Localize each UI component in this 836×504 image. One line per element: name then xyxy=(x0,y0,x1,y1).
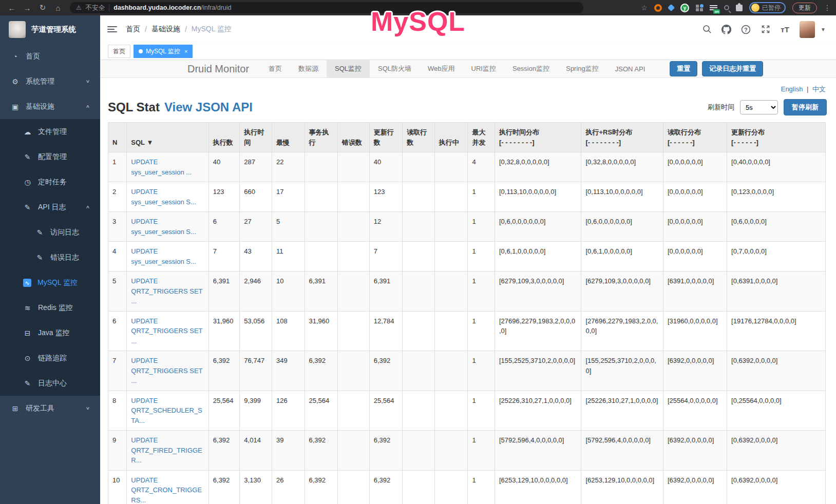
cell-executing xyxy=(434,391,468,431)
sidebar-item-config-management[interactable]: ✎配置管理 xyxy=(0,144,100,169)
extensions-puzzle-icon[interactable] xyxy=(736,5,743,11)
column-header-3[interactable]: 执行时间 xyxy=(240,123,272,152)
column-header-14[interactable]: 更新行分布[- - - - - -] xyxy=(727,123,826,152)
column-header-12[interactable]: 执行+RS时分布[- - - - - - - -] xyxy=(581,123,663,152)
sidebar-item-java-monitor[interactable]: ⊟Java 监控 xyxy=(0,320,100,345)
sql-link[interactable]: UPDATE sys_user_session S... xyxy=(131,188,196,206)
druid-nav-json-api[interactable]: JSON API xyxy=(607,60,654,77)
pause-refresh-button[interactable]: 暂停刷新 xyxy=(784,99,827,115)
column-header-8[interactable]: 读取行数 xyxy=(403,123,435,152)
tab-home[interactable]: 首页 xyxy=(108,45,130,58)
green-extension-icon[interactable]: y xyxy=(680,4,689,12)
sql-link[interactable]: UPDATE sys_user_session S... xyxy=(131,218,196,236)
table-row: 9UPDATE QRTZ_FIRED_TRIGGER...6,3924,0143… xyxy=(108,431,826,471)
browser-update-button[interactable]: 更新 xyxy=(792,3,817,13)
breadcrumb-home[interactable]: 首页 xyxy=(126,25,140,34)
sidebar-item-mysql-monitor[interactable]: ∿MySQL 监控 xyxy=(0,270,100,295)
sidebar-item-access-log[interactable]: ✎访问日志 xyxy=(0,220,100,245)
sidebar-item-label: API 日志 xyxy=(38,203,66,212)
diamond-extension-icon[interactable] xyxy=(668,4,675,11)
blocks-extension-icon[interactable] xyxy=(696,4,703,11)
reload-icon[interactable]: ↻ xyxy=(36,3,49,12)
security-label: 不安全 xyxy=(86,4,105,12)
column-header-5[interactable]: 事务执行 xyxy=(305,123,338,152)
help-icon[interactable]: ? xyxy=(741,25,751,34)
sidebar-item-file-management[interactable]: ☁文件管理 xyxy=(0,119,100,144)
column-header-2[interactable]: 执行数 xyxy=(208,123,240,152)
fullscreen-icon[interactable] xyxy=(761,25,770,34)
sidebar-item-dev-tools[interactable]: ⊞研发工具∨ xyxy=(0,396,100,421)
druid-nav-home[interactable]: 首页 xyxy=(260,60,290,77)
app-logo xyxy=(9,21,26,38)
log-and-reset-button[interactable]: 记录日志并重置 xyxy=(702,61,763,76)
sql-link[interactable]: UPDATE QRTZ_TRIGGERS SET ... xyxy=(131,277,202,305)
github-icon[interactable] xyxy=(721,25,731,34)
view-json-api-link[interactable]: View JSON API xyxy=(164,100,253,114)
sql-link[interactable]: UPDATE QRTZ_TRIGGERS SET ... xyxy=(131,317,202,345)
sql-link[interactable]: UPDATE sys_user_session S... xyxy=(131,247,196,265)
cell-max_concurrent: 1 xyxy=(468,431,495,471)
druid-nav-sql-monitor[interactable]: SQL监控 xyxy=(327,60,370,77)
sql-link[interactable]: UPDATE QRTZ_TRIGGERS SET ... xyxy=(131,357,202,384)
column-header-6[interactable]: 错误数 xyxy=(338,123,370,152)
trace-icon: ⊙ xyxy=(23,354,32,362)
sidebar-item-trace[interactable]: ⊙链路追踪 xyxy=(0,345,100,371)
cell-max_concurrent: 1 xyxy=(468,351,495,391)
lang-english-link[interactable]: English xyxy=(781,85,803,93)
breadcrumb-infrastructure[interactable]: 基础设施 xyxy=(151,25,180,34)
back-icon[interactable]: ← xyxy=(5,4,18,12)
search-icon[interactable] xyxy=(702,25,712,34)
browser-menu-icon[interactable]: ⋮ xyxy=(824,4,831,12)
druid-nav-web-app[interactable]: Web应用 xyxy=(420,60,463,77)
bookmark-star-icon[interactable]: ☆ xyxy=(641,4,648,12)
sidebar-item-infrastructure[interactable]: ▣基础设施∧ xyxy=(0,94,100,119)
sql-link[interactable]: UPDATE sys_user_session ... xyxy=(131,158,192,176)
sidebar-item-api-logs[interactable]: ✎API 日志∧ xyxy=(0,195,100,220)
close-icon[interactable]: × xyxy=(184,48,187,54)
druid-nav-uri-monitor[interactable]: URI监控 xyxy=(463,60,504,77)
probe-extension-icon[interactable] xyxy=(724,5,729,10)
lang-chinese-link[interactable]: 中文 xyxy=(812,85,826,93)
sidebar-item-redis-monitor[interactable]: ≋Redis 监控 xyxy=(0,295,100,320)
sidebar-item-scheduled-tasks[interactable]: ◷定时任务 xyxy=(0,169,100,195)
sql-link[interactable]: UPDATE QRTZ_SCHEDULER_STA... xyxy=(131,397,202,424)
column-header-1[interactable]: SQL ▼ xyxy=(127,123,208,152)
reset-button[interactable]: 重置 xyxy=(670,61,697,76)
address-bar[interactable]: ⚠ 不安全 dashboard.yudao.iocoder.cn/infra/d… xyxy=(70,2,583,13)
druid-nav-datasource[interactable]: 数据源 xyxy=(290,60,327,77)
cell-sql: UPDATE QRTZ_TRIGGERS SET ... xyxy=(127,311,208,351)
adblock-extension-icon[interactable] xyxy=(654,4,662,12)
column-header-4[interactable]: 最慢 xyxy=(272,123,305,152)
druid-nav-spring-monitor[interactable]: Spring监控 xyxy=(558,60,607,77)
user-avatar[interactable] xyxy=(800,21,815,38)
column-header-9[interactable]: 执行中 xyxy=(434,123,468,152)
home-icon[interactable]: ⌂ xyxy=(51,4,65,12)
breadcrumb-current: MySQL 监控 xyxy=(192,25,232,34)
sidebar-item-system-management[interactable]: ⚙系统管理∨ xyxy=(0,69,100,94)
cell-exec_time_dist: [0,6,0,0,0,0,0,0] xyxy=(495,212,581,242)
column-header-0[interactable]: N xyxy=(108,123,127,152)
column-header-13[interactable]: 读取行分布[- - - - - -] xyxy=(663,123,727,152)
sidebar-item-home[interactable]: ◔首页 xyxy=(0,44,100,69)
list-extension-icon[interactable]: on xyxy=(710,4,717,11)
sidebar-item-log-center[interactable]: ✎日志中心 xyxy=(0,371,100,396)
sidebar-item-error-log[interactable]: ✎错误日志 xyxy=(0,245,100,270)
cell-exec_rs_dist: [155,2525,3710,2,0,0,0,0] xyxy=(581,351,663,391)
cell-exec_rs_dist: [6253,129,10,0,0,0,0,0] xyxy=(581,470,663,504)
forward-icon[interactable]: → xyxy=(21,4,34,12)
chevron-down-icon[interactable]: ▼ xyxy=(821,27,826,32)
druid-nav-session-monitor[interactable]: Session监控 xyxy=(504,60,558,77)
sql-link[interactable]: UPDATE QRTZ_FIRED_TRIGGER... xyxy=(131,436,202,464)
chevron-down-icon: ∨ xyxy=(86,79,90,84)
refresh-interval-select[interactable]: 5s xyxy=(740,100,778,114)
cell-exec_time_dist: [27696,2279,1983,2,0,0,0,0] xyxy=(495,311,581,351)
sidebar-toggle-icon[interactable] xyxy=(107,25,117,34)
tab-mysql-monitor[interactable]: MySQL 监控 × xyxy=(134,45,193,58)
druid-nav-sql-firewall[interactable]: SQL防火墙 xyxy=(370,60,420,77)
font-size-icon[interactable]: тT xyxy=(780,25,790,34)
column-header-11[interactable]: 执行时间分布[- - - - - - - -] xyxy=(495,123,581,152)
column-header-10[interactable]: 最大并发 xyxy=(468,123,495,152)
sql-link[interactable]: UPDATE QRTZ_CRON_TRIGGERS... xyxy=(131,476,202,504)
profile-chip[interactable]: 已暂停 xyxy=(749,2,786,13)
column-header-7[interactable]: 更新行数 xyxy=(369,123,403,152)
